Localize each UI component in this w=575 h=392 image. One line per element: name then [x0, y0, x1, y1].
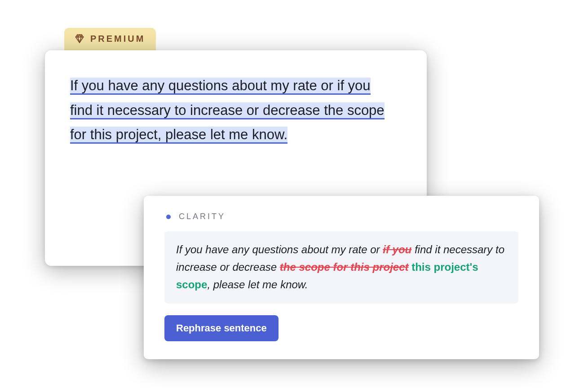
suggestion-card: CLARITY If you have any questions about … [144, 196, 539, 359]
highlighted-line[interactable]: If you have any questions about my rate … [70, 78, 371, 95]
diamond-icon [74, 33, 85, 44]
category-dot-icon [166, 215, 171, 219]
highlighted-line[interactable]: find it necessary to increase or decreas… [70, 102, 385, 119]
suggestion-actions: Rephrase sentence [164, 315, 518, 341]
suggestion-category: CLARITY [179, 212, 226, 221]
editor-text[interactable]: If you have any questions about my rate … [70, 74, 402, 147]
rephrase-button[interactable]: Rephrase sentence [164, 315, 279, 341]
suggestion-strike: if you [383, 243, 411, 255]
suggestion-strike: the scope for this project [280, 261, 409, 273]
premium-label: PREMIUM [90, 34, 145, 44]
suggestion-text: , please let me know. [207, 278, 308, 291]
suggestion-header: CLARITY [164, 212, 518, 221]
suggestion-body: If you have any questions about my rate … [164, 231, 518, 304]
suggestion-text: If you have any questions about my rate … [176, 243, 383, 255]
highlighted-line[interactable]: for this project, please let me know. [70, 127, 288, 144]
